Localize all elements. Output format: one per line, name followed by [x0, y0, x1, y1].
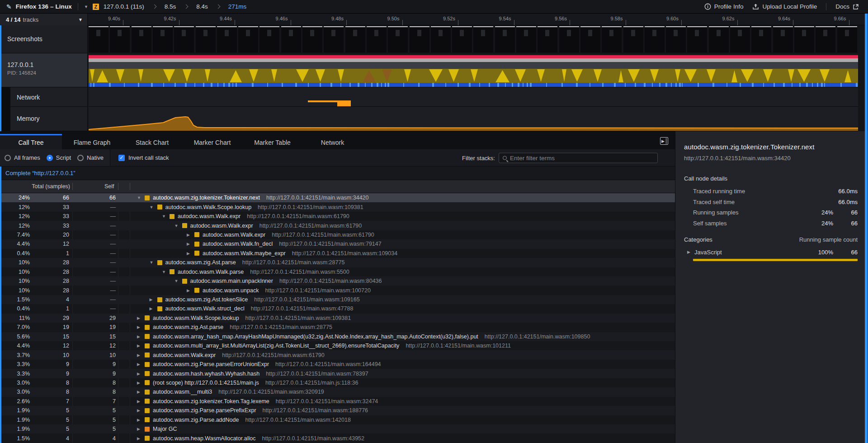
- screenshot-thumbnail[interactable]: [302, 26, 322, 52]
- screenshot-thumbnail[interactable]: [410, 26, 429, 52]
- screenshot-thumbnail[interactable]: [751, 26, 771, 52]
- screenshot-thumbnail[interactable]: [837, 26, 857, 52]
- screenshot-thumbnail[interactable]: [709, 26, 729, 52]
- screenshot-thumbnail[interactable]: [559, 26, 579, 52]
- process-activity-graph[interactable]: [89, 53, 858, 87]
- expand-icon[interactable]: ▶: [137, 343, 145, 348]
- track-label-screenshots[interactable]: Screenshots: [1, 25, 88, 53]
- chevron-down-icon[interactable]: ▼: [84, 5, 88, 9]
- screenshot-thumbnail[interactable]: [110, 26, 130, 52]
- screenshot-thumbnail[interactable]: [687, 26, 707, 52]
- screenshot-thumbnail[interactable]: [623, 26, 643, 52]
- call-tree-row[interactable]: 4.4%12—▶autodoc.wasm.Walk.fn_declhttp://…: [0, 239, 675, 248]
- screenshot-thumbnail[interactable]: [495, 26, 515, 52]
- call-tree-row[interactable]: 24%6666▼autodoc.wasm.zig.tokenizer.Token…: [0, 193, 675, 202]
- profile-title[interactable]: Firefox 136 – Linux: [16, 3, 72, 10]
- timeline-ruler[interactable]: 9.40s9.42s9.44s9.46s9.48s9.50s9.52s9.54s…: [88, 14, 865, 25]
- network-request-bar[interactable]: [337, 100, 351, 107]
- call-tree-row[interactable]: 3.3%99▶autodoc.wasm.hash.wyhash.Wyhash.h…: [0, 369, 675, 378]
- call-tree-row[interactable]: 1.5%4—▶autodoc.wasm.zig.Ast.tokenSliceht…: [0, 295, 675, 304]
- expand-icon[interactable]: ▶: [137, 408, 145, 413]
- call-tree-row[interactable]: 1.5%44▶autodoc.wasm.heap.WasmAllocator.a…: [0, 433, 675, 443]
- docs-link[interactable]: Docs: [833, 2, 862, 11]
- expand-icon[interactable]: ▶: [187, 288, 194, 293]
- screenshot-thumbnail[interactable]: [452, 26, 472, 52]
- profile-range-root[interactable]: 127.0.0.1 (11s): [104, 3, 144, 10]
- screenshot-thumbnail[interactable]: [431, 26, 451, 52]
- call-tree-row[interactable]: 3.3%99▶autodoc.wasm.zig.Parse.parseError…: [0, 360, 675, 369]
- screenshot-thumbnail[interactable]: [538, 26, 557, 52]
- screenshot-thumbnail[interactable]: [580, 26, 600, 52]
- filter-stacks-input[interactable]: Enter filter terms: [499, 152, 658, 163]
- screenshot-thumbnail[interactable]: [281, 26, 301, 52]
- screenshot-thumbnail[interactable]: [153, 26, 173, 52]
- call-tree-row[interactable]: 7.4%20—▶autodoc.wasm.Walk.exprhttp://127…: [0, 230, 675, 239]
- call-tree-row[interactable]: 4.4%1212▶autodoc.wasm.multi_array_list.M…: [0, 341, 675, 350]
- screenshot-thumbnail[interactable]: [324, 26, 344, 52]
- column-splitter[interactable]: [118, 183, 118, 190]
- collapse-icon[interactable]: ▼: [150, 205, 157, 210]
- screenshot-thumbnail[interactable]: [174, 26, 194, 52]
- expand-icon[interactable]: ▶: [150, 306, 157, 311]
- radio-native[interactable]: Native: [77, 154, 104, 161]
- expand-icon[interactable]: ▶: [137, 418, 145, 422]
- screenshot-thumbnail[interactable]: [388, 26, 408, 52]
- selection-edge-right[interactable]: [865, 14, 868, 443]
- call-tree-row[interactable]: 1.9%55▶autodoc.wasm.zig.Parse.addNodehtt…: [0, 415, 675, 424]
- network-request-bar[interactable]: [308, 100, 337, 102]
- radio-script[interactable]: Script: [47, 154, 71, 161]
- expand-icon[interactable]: ▶: [137, 362, 145, 367]
- selection-edge-left[interactable]: [0, 25, 1, 131]
- column-header-total[interactable]: Total (samples): [32, 183, 70, 190]
- expand-icon[interactable]: ▶: [137, 316, 145, 320]
- sidebar-toggle-icon[interactable]: ▶: [660, 137, 668, 145]
- collapse-icon[interactable]: ▼: [150, 260, 157, 265]
- range-breadcrumb-1[interactable]: 8.5s: [165, 3, 176, 10]
- sidebar-category-row[interactable]: ▶JavaScript100%66: [684, 248, 858, 259]
- expand-icon[interactable]: ▶: [687, 250, 690, 254]
- expand-icon[interactable]: ▶: [150, 297, 157, 302]
- screenshot-thumbnail[interactable]: [730, 26, 750, 52]
- expand-icon[interactable]: ▶: [137, 353, 145, 357]
- screenshot-thumbnail[interactable]: [345, 26, 365, 52]
- screenshot-thumbnail[interactable]: [516, 26, 536, 52]
- call-tree-row[interactable]: 12%33—▼autodoc.wasm.Walk.Scope.lookuphtt…: [0, 202, 675, 211]
- screenshot-thumbnail[interactable]: [666, 26, 686, 52]
- collapse-icon[interactable]: ▼: [137, 195, 145, 200]
- tab-flame-graph[interactable]: Flame Graph: [62, 134, 122, 149]
- call-tree-row[interactable]: 10%28—▼autodoc.wasm.main.unpackInnerhttp…: [0, 276, 675, 286]
- network-track-canvas[interactable]: [89, 87, 858, 107]
- tab-marker-table[interactable]: Marker Table: [242, 134, 302, 149]
- track-label-network[interactable]: Network: [10, 87, 88, 107]
- range-breadcrumb-2[interactable]: 8.4s: [196, 3, 208, 10]
- column-header-self[interactable]: Self: [104, 183, 114, 190]
- call-tree-row[interactable]: 12%33—▼autodoc.wasm.Walk.exprhttp://127.…: [0, 212, 675, 221]
- expand-icon[interactable]: ▶: [137, 427, 145, 431]
- call-tree-row[interactable]: 1.9%55▶autodoc.wasm.zig.Parse.parsePrefi…: [0, 406, 675, 415]
- tab-call-tree[interactable]: Call Tree: [0, 134, 62, 149]
- screenshot-thumbnail[interactable]: [602, 26, 622, 52]
- tracks-visibility-dropdown[interactable]: 4 / 14 tracks ▼: [0, 14, 88, 25]
- track-label-process[interactable]: 127.0.0.1 PID: 145824: [1, 53, 88, 87]
- expand-icon[interactable]: ▶: [187, 242, 194, 246]
- expand-icon[interactable]: ▶: [137, 372, 145, 376]
- call-tree-row[interactable]: 3.0%88▶(root scope) http://127.0.0.1:421…: [0, 378, 675, 387]
- expand-icon[interactable]: ▶: [137, 436, 145, 441]
- call-tree-row[interactable]: 2.6%77▶autodoc.wasm.zig.tokenizer.Token.…: [0, 397, 675, 406]
- collapse-icon[interactable]: ▼: [175, 279, 182, 283]
- expand-icon[interactable]: ▶: [137, 334, 145, 339]
- call-tree-row[interactable]: 3.7%1010▶autodoc.wasm.Walk.exprhttp://12…: [0, 350, 675, 359]
- screenshot-thumbnail[interactable]: [196, 26, 216, 52]
- range-breadcrumb-selected[interactable]: 271ms: [228, 3, 247, 10]
- screenshot-thumbnail[interactable]: [238, 26, 258, 52]
- invert-call-stack-checkbox[interactable]: ✓ Invert call stack: [118, 154, 169, 161]
- screenshot-thumbnail[interactable]: [645, 26, 665, 52]
- tab-stack-chart[interactable]: Stack Chart: [122, 134, 182, 149]
- screenshot-thumbnail[interactable]: [89, 26, 108, 52]
- screenshot-thumbnail[interactable]: [132, 26, 151, 52]
- screenshot-thumbnail[interactable]: [217, 26, 237, 52]
- screenshot-thumbnail[interactable]: [816, 26, 835, 52]
- call-tree-row[interactable]: 1.9%55▶Major GC: [0, 424, 675, 433]
- collapse-icon[interactable]: ▼: [175, 224, 182, 228]
- column-splitter[interactable]: [130, 183, 130, 190]
